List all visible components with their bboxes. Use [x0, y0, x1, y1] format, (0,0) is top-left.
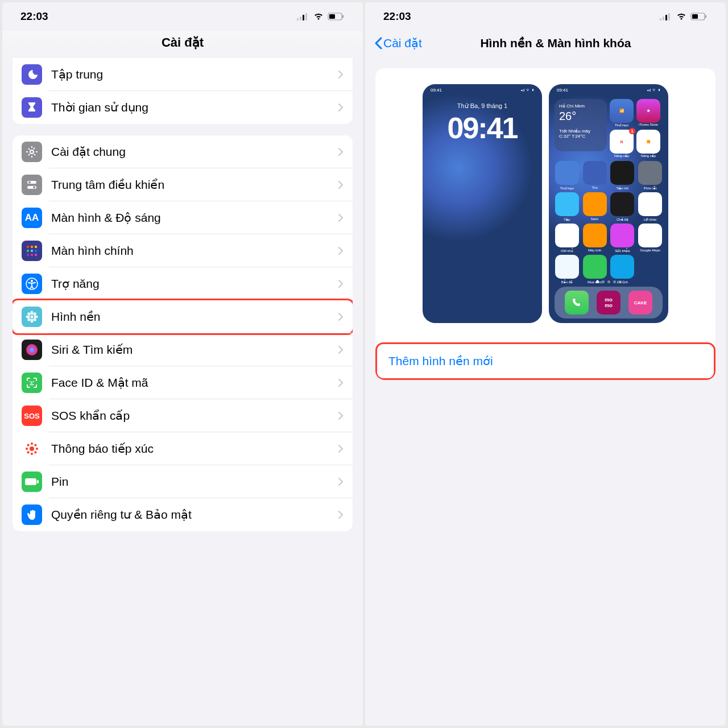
- chevron-right-icon: [338, 510, 344, 519]
- app-icon: [555, 255, 579, 279]
- svg-rect-48: [665, 15, 667, 20]
- signal-icon: [297, 13, 309, 20]
- status-bar: 22:03: [2, 2, 363, 31]
- svg-rect-16: [31, 250, 33, 252]
- svg-rect-46: [660, 18, 661, 20]
- app-icon: [638, 161, 662, 185]
- chevron-right-icon: [338, 345, 344, 354]
- phone-app-icon: [565, 291, 589, 315]
- dock: momo CAKE: [555, 287, 663, 318]
- lock-time: 09:41: [448, 111, 518, 145]
- svg-point-39: [36, 448, 38, 449]
- app-icon: [555, 192, 579, 216]
- app-icon: [638, 192, 662, 216]
- settings-row-exposure[interactable]: Thông báo tiếp xúc: [13, 432, 353, 465]
- cake-app-icon: CAKE: [628, 291, 652, 315]
- chevron-right-icon: [338, 312, 344, 321]
- accessibility-icon: [22, 274, 42, 294]
- app-icon: [583, 224, 607, 247]
- svg-rect-45: [37, 480, 39, 483]
- svg-rect-12: [27, 246, 29, 248]
- grid-icon: [22, 241, 42, 261]
- add-wallpaper-row[interactable]: Thêm hình nền mới: [375, 342, 715, 380]
- svg-point-34: [33, 381, 34, 382]
- lock-screen-preview[interactable]: 09:41 •ıl ᯤ ▮ Thứ Ba, 9 tháng 1 09:41: [423, 84, 542, 323]
- page-title: Hình nền & Màn hình khóa: [429, 36, 717, 50]
- settings-label: Face ID & Mật mã: [51, 376, 329, 390]
- settings-row-battery[interactable]: Pin: [13, 465, 353, 498]
- back-label: Cài đặt: [383, 36, 422, 50]
- settings-row-faceid[interactable]: Face ID & Mật mã: [13, 366, 353, 399]
- battery-icon: [328, 13, 345, 20]
- settings-row-flower[interactable]: Hình nền: [13, 299, 353, 335]
- settings-row-aa[interactable]: AA Màn hình & Độ sáng: [13, 201, 353, 234]
- svg-point-37: [31, 453, 32, 454]
- switches-icon: [22, 175, 42, 195]
- settings-label: Tập trung: [51, 68, 329, 81]
- widget-row: Hồ Chí Minh 26° Trời Nhiều mây C:32° T:2…: [555, 99, 663, 158]
- settings-label: Quyền riêng tư & Bảo mật: [51, 508, 329, 522]
- settings-row-hourglass[interactable]: Thời gian sử dụng: [13, 91, 353, 124]
- svg-rect-5: [329, 14, 335, 19]
- chevron-right-icon: [338, 411, 344, 420]
- status-time: 22:03: [20, 10, 48, 23]
- add-wallpaper-link[interactable]: Thêm hình nền mới: [388, 354, 493, 367]
- wifi-icon: [676, 13, 687, 20]
- svg-rect-15: [27, 250, 29, 252]
- faceid-icon: [22, 373, 42, 393]
- nav-header: Cài đặt Hình nền & Màn hình khóa: [365, 31, 726, 58]
- settings-row-grid[interactable]: Màn hình chính: [13, 234, 353, 267]
- svg-point-25: [31, 319, 34, 323]
- wallpaper-card: 09:41 •ıl ᯤ ▮ Thứ Ba, 9 tháng 1 09:41 09…: [375, 68, 715, 380]
- app-icon: [610, 255, 634, 279]
- app-icon: [555, 161, 579, 185]
- app-icon: [610, 161, 634, 185]
- chevron-left-icon: [374, 37, 382, 49]
- settings-row-switches[interactable]: Trung tâm điều khiển: [13, 168, 353, 201]
- chevron-right-icon: [338, 246, 344, 255]
- battery-icon: [690, 13, 708, 20]
- svg-point-42: [27, 452, 28, 453]
- app-icon: [583, 161, 607, 185]
- app-icon: 📶: [610, 99, 634, 123]
- svg-rect-52: [705, 15, 706, 18]
- sos-icon: SOS: [22, 406, 42, 426]
- svg-rect-44: [25, 478, 36, 485]
- settings-row-accessibility[interactable]: Trợ năng: [13, 267, 353, 300]
- settings-row-gear[interactable]: Cài đặt chung: [13, 135, 353, 168]
- moon-icon: [22, 64, 42, 85]
- hand-icon: [22, 504, 42, 525]
- svg-point-24: [31, 311, 34, 315]
- app-icon: [610, 192, 634, 216]
- settings-row-hand[interactable]: Quyền riêng tư & Bảo mật: [13, 498, 353, 531]
- app-icon: [638, 224, 662, 247]
- home-screen-preview[interactable]: 09:41 •ıl ᯤ ▮ Hồ Chí Minh 26° Trời Nhiều…: [549, 84, 668, 323]
- app-icon: [555, 224, 579, 247]
- settings-label: Thông báo tiếp xúc: [51, 442, 329, 456]
- settings-label: Màn hình & Độ sáng: [51, 211, 329, 225]
- wallpaper-previews: 09:41 •ıl ᯤ ▮ Thứ Ba, 9 tháng 1 09:41 09…: [375, 68, 715, 334]
- chevron-right-icon: [338, 70, 344, 79]
- settings-label: Trung tâm điều khiển: [51, 178, 329, 192]
- gear-icon: [22, 142, 42, 162]
- svg-rect-3: [305, 13, 307, 20]
- settings-row-sos[interactable]: SOS SOS khẩn cấp: [13, 399, 353, 432]
- svg-point-33: [30, 381, 31, 382]
- back-button[interactable]: Cài đặt: [374, 36, 422, 50]
- app-icon: [583, 192, 607, 216]
- exposure-icon: [22, 439, 42, 459]
- app-icon: ★: [636, 99, 660, 123]
- lock-date: Thứ Ba, 9 tháng 1: [457, 102, 507, 110]
- battery-icon: [22, 471, 42, 492]
- svg-rect-1: [300, 16, 301, 20]
- svg-rect-20: [35, 254, 37, 256]
- settings-row-moon[interactable]: Tập trung: [13, 58, 353, 91]
- svg-point-43: [35, 452, 36, 453]
- app-icon: N1: [610, 130, 634, 154]
- siri-icon: [22, 340, 42, 360]
- settings-list: Tập trung Thời gian sử dụng Cài đặt chun…: [2, 58, 363, 726]
- settings-row-siri[interactable]: Siri & Tìm kiếm: [13, 333, 353, 366]
- settings-screen: 22:03 Cài đặt Tập trung Thời gian sử dụn…: [2, 2, 363, 726]
- chevron-right-icon: [338, 444, 344, 453]
- settings-label: Trợ năng: [51, 277, 329, 291]
